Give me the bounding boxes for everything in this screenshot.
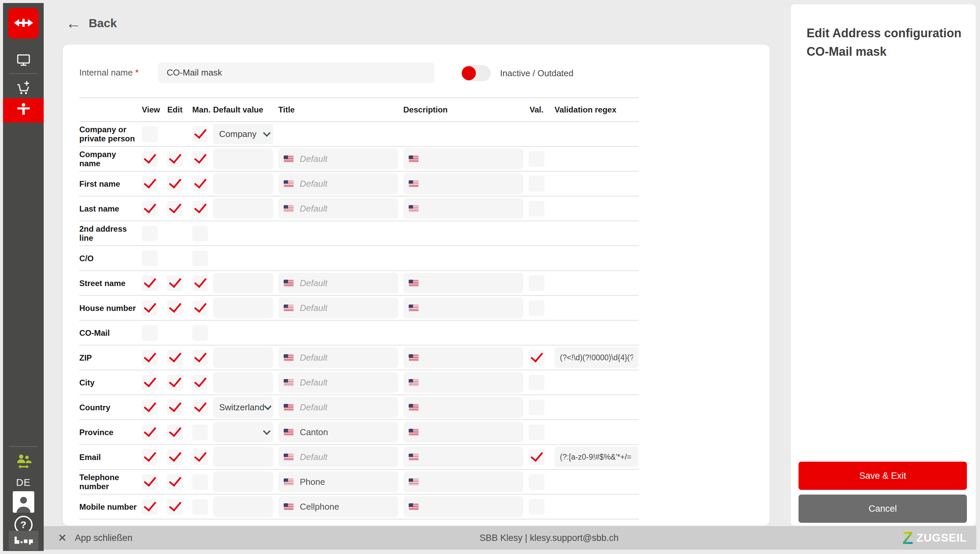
description-field[interactable] <box>403 273 523 293</box>
default-value-field[interactable] <box>213 198 273 219</box>
default-value-field[interactable]: Switzerland <box>213 397 273 418</box>
val-checkbox[interactable] <box>529 474 544 490</box>
description-field[interactable] <box>403 496 523 517</box>
description-field[interactable] <box>403 397 523 418</box>
title-field[interactable]: Default <box>278 372 398 393</box>
val-checkbox[interactable] <box>529 424 544 440</box>
title-field[interactable]: Cellphone <box>278 496 398 517</box>
title-field[interactable]: Canton <box>278 422 398 443</box>
edit-checkbox[interactable] <box>167 499 183 515</box>
edit-checkbox[interactable] <box>167 474 183 490</box>
view-checkbox[interactable] <box>142 474 158 490</box>
sidebar-item-switch-user[interactable] <box>3 453 44 472</box>
default-value-field[interactable] <box>213 372 273 393</box>
edit-checkbox[interactable] <box>167 300 183 316</box>
man-checkbox[interactable] <box>192 226 208 241</box>
view-checkbox[interactable] <box>142 424 158 440</box>
view-checkbox[interactable] <box>142 126 158 142</box>
view-checkbox[interactable] <box>142 201 158 217</box>
man-checkbox[interactable] <box>192 201 208 217</box>
default-value-field[interactable] <box>213 273 273 293</box>
view-checkbox[interactable] <box>142 325 158 341</box>
internal-name-input[interactable] <box>158 62 434 83</box>
title-field[interactable]: Default <box>278 298 398 318</box>
sidebar-item-address-config-active[interactable] <box>3 99 44 123</box>
view-checkbox[interactable] <box>142 151 158 167</box>
edit-checkbox[interactable] <box>167 275 183 291</box>
description-field[interactable] <box>403 422 523 443</box>
description-field[interactable] <box>403 298 523 318</box>
edit-checkbox[interactable] <box>167 151 183 167</box>
edit-checkbox[interactable] <box>167 176 183 192</box>
view-checkbox[interactable] <box>142 176 158 192</box>
val-checkbox[interactable] <box>529 275 544 291</box>
man-checkbox[interactable] <box>192 474 208 490</box>
edit-checkbox[interactable] <box>167 375 183 390</box>
default-value-field[interactable] <box>213 471 273 492</box>
man-checkbox[interactable] <box>192 350 208 366</box>
validation-regex-field[interactable]: (?<!\d)(?!0000)\d{4}(?!\d) <box>554 347 638 368</box>
title-field[interactable]: Phone <box>278 471 398 492</box>
inactive-toggle[interactable] <box>461 65 491 81</box>
val-checkbox[interactable] <box>529 300 544 316</box>
man-checkbox[interactable] <box>192 151 208 167</box>
man-checkbox[interactable] <box>192 449 208 465</box>
val-checkbox[interactable] <box>529 375 544 390</box>
edit-checkbox[interactable] <box>167 449 183 465</box>
edit-checkbox[interactable] <box>167 400 183 416</box>
edit-checkbox[interactable] <box>167 350 183 366</box>
close-app-button[interactable]: ✕ App schließen <box>58 526 132 550</box>
description-field[interactable] <box>403 471 523 492</box>
edit-checkbox[interactable] <box>167 201 183 217</box>
cancel-button[interactable]: Cancel <box>798 495 967 523</box>
default-value-field[interactable] <box>213 298 273 318</box>
man-checkbox[interactable] <box>192 176 208 192</box>
edit-checkbox[interactable] <box>167 424 183 440</box>
sidebar-item-add-to-cart[interactable] <box>3 81 44 97</box>
sidebar-item-profile[interactable] <box>3 491 44 513</box>
back-button[interactable]: ← Back <box>66 16 117 31</box>
man-checkbox[interactable] <box>192 400 208 416</box>
view-checkbox[interactable] <box>142 375 158 390</box>
title-field[interactable]: Default <box>278 198 398 219</box>
val-checkbox[interactable] <box>529 151 544 167</box>
description-field[interactable] <box>403 347 523 368</box>
val-checkbox[interactable] <box>529 176 544 192</box>
sidebar-item-home[interactable] <box>8 8 39 38</box>
val-checkbox[interactable] <box>529 449 544 465</box>
man-checkbox[interactable] <box>192 275 208 291</box>
title-field[interactable]: Default <box>278 397 398 418</box>
view-checkbox[interactable] <box>142 300 158 316</box>
save-exit-button[interactable]: Save & Exit <box>798 462 967 490</box>
title-field[interactable]: Default <box>278 273 398 293</box>
default-value-field[interactable] <box>213 148 273 169</box>
view-checkbox[interactable] <box>142 350 158 366</box>
description-field[interactable] <box>403 198 523 219</box>
man-checkbox[interactable] <box>192 126 208 142</box>
view-checkbox[interactable] <box>142 250 158 266</box>
default-value-field[interactable] <box>213 422 273 443</box>
default-value-field[interactable] <box>213 173 273 194</box>
title-field[interactable]: Default <box>278 173 398 194</box>
man-checkbox[interactable] <box>192 325 208 341</box>
language-selector[interactable]: DE <box>3 476 44 489</box>
val-checkbox[interactable] <box>529 400 544 416</box>
view-checkbox[interactable] <box>142 449 158 465</box>
view-checkbox[interactable] <box>142 226 158 241</box>
title-field[interactable]: Default <box>278 347 398 368</box>
description-field[interactable] <box>403 447 523 467</box>
man-checkbox[interactable] <box>192 499 208 515</box>
default-value-field[interactable] <box>213 496 273 517</box>
description-field[interactable] <box>403 173 523 194</box>
sidebar-item-hop-logo[interactable] <box>3 531 44 550</box>
description-field[interactable] <box>403 372 523 393</box>
man-checkbox[interactable] <box>192 300 208 316</box>
validation-regex-field[interactable]: (?:[a-z0-9!#$%&'*+/= <box>554 447 638 467</box>
title-field[interactable]: Default <box>278 447 398 467</box>
default-value-field[interactable]: Company <box>213 124 273 144</box>
val-checkbox[interactable] <box>529 350 544 366</box>
val-checkbox[interactable] <box>529 499 544 515</box>
man-checkbox[interactable] <box>192 375 208 390</box>
val-checkbox[interactable] <box>529 201 544 217</box>
man-checkbox[interactable] <box>192 424 208 440</box>
